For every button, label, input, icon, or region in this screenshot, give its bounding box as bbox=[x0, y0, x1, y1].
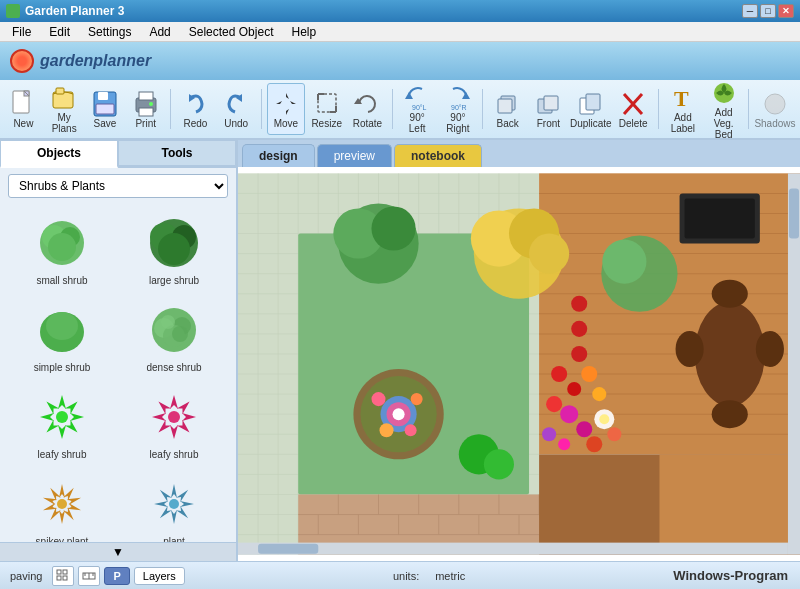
plant-leafy-shrub-green[interactable]: leafy shrub bbox=[8, 382, 116, 465]
large-shrub-label: large shrub bbox=[149, 275, 199, 286]
rotate-icon bbox=[353, 90, 381, 118]
move-button[interactable]: Move bbox=[267, 83, 306, 135]
preview-tab[interactable]: preview bbox=[317, 144, 392, 167]
redo-label: Redo bbox=[183, 118, 207, 129]
svg-point-183 bbox=[371, 392, 385, 406]
svg-point-199 bbox=[558, 438, 570, 450]
svg-rect-17 bbox=[318, 94, 336, 112]
plant-large-shrub[interactable]: large shrub bbox=[120, 208, 228, 291]
logo-text: gardenplanner bbox=[40, 52, 151, 70]
add-label-button[interactable]: T Add Label bbox=[663, 83, 702, 135]
save-button[interactable]: Save bbox=[86, 83, 125, 135]
svg-marker-54 bbox=[58, 395, 66, 409]
shadows-button[interactable]: Shadows bbox=[754, 83, 796, 135]
svg-point-208 bbox=[756, 331, 784, 367]
resize-button[interactable]: Resize bbox=[307, 83, 346, 135]
back-icon bbox=[494, 90, 522, 118]
undo-button[interactable]: Undo bbox=[217, 83, 256, 135]
svg-marker-55 bbox=[65, 399, 81, 415]
add-veg-bed-button[interactable]: Add Veg. Bed bbox=[704, 83, 743, 135]
svg-point-91 bbox=[169, 499, 179, 509]
measure-toggle-btn[interactable] bbox=[78, 566, 100, 586]
svg-rect-214 bbox=[238, 543, 788, 555]
close-button[interactable]: ✕ bbox=[778, 4, 794, 18]
menu-file[interactable]: File bbox=[4, 23, 39, 41]
svg-marker-90 bbox=[158, 488, 172, 502]
delete-icon bbox=[619, 90, 647, 118]
parking-btn[interactable]: P bbox=[104, 567, 129, 585]
new-icon bbox=[9, 90, 37, 118]
plant-small-shrub[interactable]: small shrub bbox=[8, 208, 116, 291]
objects-tab[interactable]: Objects bbox=[0, 140, 118, 168]
panel-tabs: Objects Tools bbox=[0, 140, 236, 168]
svg-point-37 bbox=[765, 94, 785, 114]
units-value: metric bbox=[429, 570, 471, 582]
svg-point-171 bbox=[371, 206, 415, 250]
svg-marker-23 bbox=[405, 92, 413, 99]
svg-point-52 bbox=[161, 315, 175, 329]
svg-rect-8 bbox=[139, 92, 153, 100]
simple-shrub-icon bbox=[32, 300, 92, 360]
front-icon bbox=[534, 90, 562, 118]
delete-button[interactable]: Delete bbox=[614, 83, 653, 135]
svg-rect-3 bbox=[56, 88, 64, 94]
category-dropdown[interactable]: Shrubs & Plants Trees Flowers Vegetables… bbox=[8, 174, 228, 198]
rotate-right-button[interactable]: 90°R 90° Right bbox=[439, 83, 478, 135]
layers-btn[interactable]: Layers bbox=[134, 567, 185, 585]
svg-rect-32 bbox=[586, 94, 600, 110]
svg-marker-68 bbox=[156, 420, 172, 436]
menu-settings[interactable]: Settings bbox=[80, 23, 139, 41]
menu-add[interactable]: Add bbox=[141, 23, 178, 41]
svg-rect-217 bbox=[63, 570, 67, 574]
plant-spikey[interactable]: spikey plant bbox=[8, 469, 116, 542]
new-label: New bbox=[13, 118, 33, 129]
menu-edit[interactable]: Edit bbox=[41, 23, 78, 41]
rotate-left-button[interactable]: 90°L 90° Left bbox=[398, 83, 437, 135]
new-button[interactable]: New bbox=[4, 83, 43, 135]
menu-help[interactable]: Help bbox=[283, 23, 324, 41]
svg-point-198 bbox=[607, 427, 621, 441]
my-plans-button[interactable]: My Plans bbox=[45, 83, 84, 135]
rotate-right-label: 90° Right bbox=[442, 112, 475, 134]
rotate-button[interactable]: Rotate bbox=[348, 83, 387, 135]
sep1 bbox=[170, 89, 171, 129]
svg-marker-57 bbox=[65, 420, 81, 436]
notebook-tab[interactable]: notebook bbox=[394, 144, 482, 167]
plant-dense-shrub[interactable]: dense shrub bbox=[120, 295, 228, 378]
small-shrub-label: small shrub bbox=[36, 275, 87, 286]
canvas-area bbox=[238, 167, 800, 561]
svg-marker-16 bbox=[287, 101, 296, 104]
garden-canvas[interactable] bbox=[238, 167, 800, 561]
svg-text:T: T bbox=[674, 86, 689, 111]
svg-point-185 bbox=[380, 423, 394, 437]
svg-point-82 bbox=[57, 499, 67, 509]
sep5 bbox=[658, 89, 659, 129]
add-label-icon: T bbox=[669, 84, 697, 112]
back-button[interactable]: Back bbox=[488, 83, 527, 135]
grid-toggle-btn[interactable] bbox=[52, 566, 74, 586]
plants-grid: small shrub large shrub bbox=[0, 204, 236, 542]
tools-tab[interactable]: Tools bbox=[118, 140, 236, 166]
front-button[interactable]: Front bbox=[529, 83, 568, 135]
leafy-shrub-red-icon bbox=[144, 387, 204, 447]
scroll-down-btn[interactable]: ▼ bbox=[0, 542, 236, 561]
watermark: Windows-Program bbox=[673, 568, 796, 583]
svg-marker-77 bbox=[59, 510, 65, 524]
maximize-button[interactable]: □ bbox=[760, 4, 776, 18]
print-label: Print bbox=[135, 118, 156, 129]
svg-marker-86 bbox=[176, 506, 190, 520]
plant-plant[interactable]: plant bbox=[120, 469, 228, 542]
svg-rect-216 bbox=[57, 570, 61, 574]
minimize-button[interactable]: ─ bbox=[742, 4, 758, 18]
undo-label: Undo bbox=[224, 118, 248, 129]
plant-leafy-shrub-red[interactable]: leafy shrub bbox=[120, 382, 228, 465]
svg-marker-61 bbox=[44, 399, 60, 415]
svg-marker-85 bbox=[180, 501, 194, 507]
svg-point-196 bbox=[542, 427, 556, 441]
redo-button[interactable]: Redo bbox=[176, 83, 215, 135]
plant-simple-shrub[interactable]: simple shrub bbox=[8, 295, 116, 378]
print-button[interactable]: Print bbox=[126, 83, 165, 135]
duplicate-button[interactable]: Duplicate bbox=[570, 83, 612, 135]
menu-selected-object[interactable]: Selected Object bbox=[181, 23, 282, 41]
design-tab[interactable]: design bbox=[242, 144, 315, 167]
